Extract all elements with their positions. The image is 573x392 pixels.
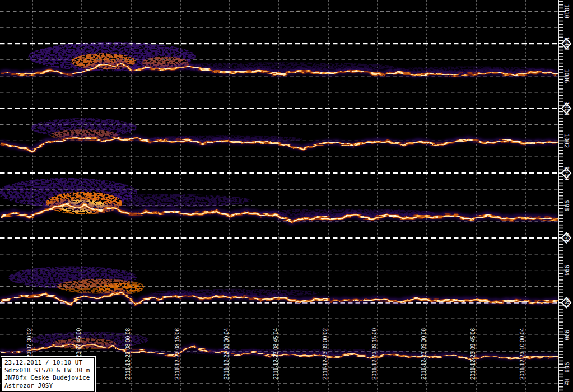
carrier-label: 996: [563, 232, 570, 243]
info-box-software: Astrozor-J0SY: [4, 382, 92, 390]
info-box-receiver: Sdrx01B-SI570 & LW 30 m: [4, 367, 92, 375]
carrier-label: 992: [563, 297, 570, 308]
time-label: 2011-12-23 09:15:00: [371, 328, 378, 380]
carrier-label: 1004: [563, 101, 570, 115]
spectrogram-app: 2011-12-23 07:30:022011-12-23 07:45:0020…: [0, 0, 573, 392]
freq-axis-label: 1006: [563, 69, 570, 83]
freq-axis-unit: Hz: [563, 379, 570, 386]
freq-axis-label: 990: [563, 330, 570, 340]
time-label: 2011-12-23 09:45:06: [470, 328, 476, 380]
time-label: 2011-12-23 09:30:08: [421, 328, 427, 380]
time-label: 2011-12-23 08:00:08: [125, 328, 131, 380]
spectrogram-plot: 2011-12-23 07:30:022011-12-23 07:45:0020…: [0, 0, 573, 392]
time-label: 2011-12-23 08:15:06: [174, 328, 180, 380]
freq-axis-label: 994: [563, 265, 570, 276]
carrier-label: 1008: [563, 36, 570, 50]
frequency-axis: 101010061002998994990988Hz10081004100099…: [558, 0, 573, 392]
info-box-locator: JN78fx Ceske Budejovice: [4, 374, 92, 382]
freq-axis-label: 1002: [563, 134, 570, 148]
carrier-label: 1000: [563, 166, 570, 180]
time-label: 2011-12-23 08:45:04: [273, 328, 279, 380]
time-label: 2011-12-23 10:00:04: [519, 328, 525, 380]
freq-axis-label: 998: [563, 200, 570, 211]
freq-axis-label: 1010: [563, 4, 570, 18]
time-label: 2011-12-23 09:00:02: [322, 328, 328, 380]
signal-noise-clouds: [0, 42, 555, 355]
time-label: 2011-12-23 08:30:04: [223, 328, 230, 380]
info-box: 23.12.2011 / 10:10 UT Sdrx01B-SI570 & LW…: [1, 357, 95, 392]
freq-axis-label: 988: [563, 362, 570, 373]
info-box-datetime: 23.12.2011 / 10:10 UT: [4, 359, 92, 367]
